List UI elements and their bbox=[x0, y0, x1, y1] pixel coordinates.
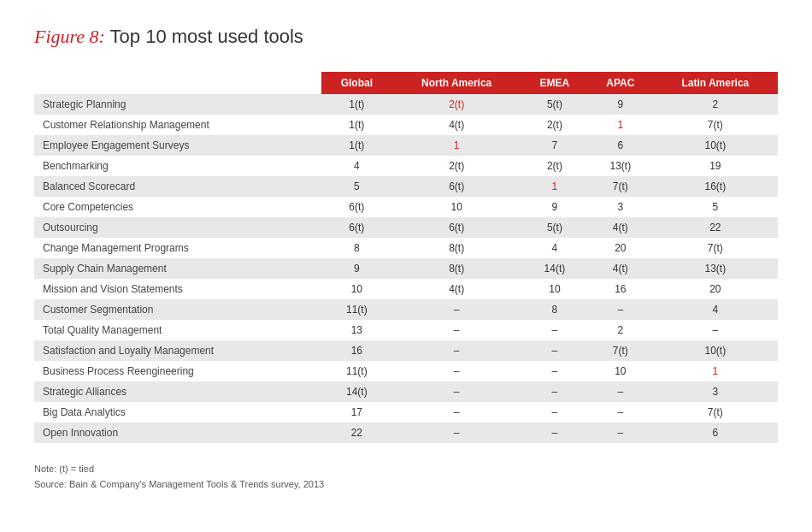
table-row: Core Competencies6(t)10935 bbox=[34, 197, 778, 217]
cell-global: 13 bbox=[321, 320, 391, 340]
cell-emea: 8 bbox=[521, 299, 588, 320]
col-emea-header: EMEA bbox=[521, 72, 588, 94]
cell-apac: 20 bbox=[588, 238, 653, 258]
cell-na: 8(t) bbox=[391, 258, 521, 279]
cell-global: 22 bbox=[321, 423, 391, 443]
cell-global: 14(t) bbox=[321, 381, 391, 402]
cell-tool: Change Management Programs bbox=[34, 238, 321, 258]
cell-emea: – bbox=[521, 423, 588, 443]
cell-na: 4(t) bbox=[391, 279, 521, 299]
cell-la: 10(t) bbox=[653, 340, 778, 361]
cell-la: 19 bbox=[653, 156, 778, 176]
cell-emea: – bbox=[521, 320, 588, 340]
cell-global: 17 bbox=[321, 402, 391, 423]
cell-na: 2(t) bbox=[391, 94, 521, 115]
cell-apac: – bbox=[588, 381, 653, 402]
table-row: Employee Engagement Surveys1(t)17610(t) bbox=[34, 135, 778, 156]
cell-emea: 7 bbox=[521, 135, 588, 156]
cell-emea: 14(t) bbox=[521, 258, 588, 279]
cell-apac: 3 bbox=[588, 197, 653, 217]
cell-la: 2 bbox=[653, 94, 778, 115]
footnote-line2: Source: Bain & Company's Management Tool… bbox=[34, 477, 778, 493]
cell-apac: – bbox=[588, 423, 653, 443]
cell-na: – bbox=[391, 340, 521, 361]
cell-global: 8 bbox=[321, 238, 391, 258]
cell-apac: – bbox=[588, 402, 653, 423]
cell-apac: 6 bbox=[588, 135, 653, 156]
cell-na: 6(t) bbox=[391, 217, 521, 238]
cell-tool: Big Data Analytics bbox=[34, 402, 321, 423]
col-na-header: North America bbox=[391, 72, 521, 94]
cell-la: 16(t) bbox=[653, 176, 778, 197]
cell-na: 4(t) bbox=[391, 115, 521, 135]
cell-na: 6(t) bbox=[391, 176, 521, 197]
cell-apac: 4(t) bbox=[588, 258, 653, 279]
table-row: Supply Chain Management98(t)14(t)4(t)13(… bbox=[34, 258, 778, 279]
cell-la: 20 bbox=[653, 279, 778, 299]
cell-global: 11(t) bbox=[321, 299, 391, 320]
cell-tool: Customer Relationship Management bbox=[34, 115, 321, 135]
table-row: Change Management Programs88(t)4207(t) bbox=[34, 238, 778, 258]
cell-la: 10(t) bbox=[653, 135, 778, 156]
cell-apac: 4(t) bbox=[588, 217, 653, 238]
cell-la: 1 bbox=[653, 361, 778, 381]
footnote: Note: (t) = tied Source: Bain & Company'… bbox=[34, 462, 778, 492]
table-row: Benchmarking42(t)2(t)13(t)19 bbox=[34, 156, 778, 176]
cell-emea: – bbox=[521, 381, 588, 402]
table-row: Outsourcing6(t)6(t)5(t)4(t)22 bbox=[34, 217, 778, 238]
cell-na: – bbox=[391, 320, 521, 340]
cell-emea: 5(t) bbox=[521, 217, 588, 238]
main-table: Global North America EMEA APAC Latin Ame… bbox=[34, 72, 778, 443]
cell-na: 10 bbox=[391, 197, 521, 217]
footnote-line1: Note: (t) = tied bbox=[34, 462, 778, 477]
cell-apac: 7(t) bbox=[588, 340, 653, 361]
cell-emea: 2(t) bbox=[521, 156, 588, 176]
cell-emea: 5(t) bbox=[521, 94, 588, 115]
cell-global: 5 bbox=[321, 176, 391, 197]
cell-tool: Open Innovation bbox=[34, 423, 321, 443]
table-row: Customer Relationship Management1(t)4(t)… bbox=[34, 115, 778, 135]
table-row: Satisfaction and Loyalty Management16––7… bbox=[34, 340, 778, 361]
cell-la: 22 bbox=[653, 217, 778, 238]
cell-la: 4 bbox=[653, 299, 778, 320]
cell-global: 4 bbox=[321, 156, 391, 176]
col-tool-header bbox=[34, 72, 321, 94]
cell-global: 6(t) bbox=[321, 197, 391, 217]
page-title: Figure 8: Top 10 most used tools bbox=[34, 26, 778, 48]
cell-la: 7(t) bbox=[653, 238, 778, 258]
cell-tool: Benchmarking bbox=[34, 156, 321, 176]
cell-emea: – bbox=[521, 402, 588, 423]
data-table-wrapper: Global North America EMEA APAC Latin Ame… bbox=[34, 72, 778, 443]
cell-na: 2(t) bbox=[391, 156, 521, 176]
cell-apac: 7(t) bbox=[588, 176, 653, 197]
cell-global: 16 bbox=[321, 340, 391, 361]
cell-la: – bbox=[653, 320, 778, 340]
table-row: Balanced Scorecard56(t)17(t)16(t) bbox=[34, 176, 778, 197]
cell-na: – bbox=[391, 361, 521, 381]
cell-apac: 10 bbox=[588, 361, 653, 381]
cell-tool: Employee Engagement Surveys bbox=[34, 135, 321, 156]
cell-na: 1 bbox=[391, 135, 521, 156]
cell-la: 6 bbox=[653, 423, 778, 443]
cell-global: 1(t) bbox=[321, 94, 391, 115]
cell-la: 3 bbox=[653, 381, 778, 402]
cell-emea: 4 bbox=[521, 238, 588, 258]
table-row: Business Process Reengineering11(t)––101 bbox=[34, 361, 778, 381]
cell-apac: 13(t) bbox=[588, 156, 653, 176]
cell-na: – bbox=[391, 381, 521, 402]
figure-label: Figure 8: bbox=[34, 26, 105, 47]
cell-na: – bbox=[391, 402, 521, 423]
table-row: Strategic Planning1(t)2(t)5(t)92 bbox=[34, 94, 778, 115]
cell-global: 1(t) bbox=[321, 115, 391, 135]
cell-tool: Supply Chain Management bbox=[34, 258, 321, 279]
cell-la: 5 bbox=[653, 197, 778, 217]
cell-la: 7(t) bbox=[653, 402, 778, 423]
cell-emea: 2(t) bbox=[521, 115, 588, 135]
cell-tool: Satisfaction and Loyalty Management bbox=[34, 340, 321, 361]
cell-tool: Customer Segmentation bbox=[34, 299, 321, 320]
cell-na: 8(t) bbox=[391, 238, 521, 258]
table-row: Customer Segmentation11(t)–8–4 bbox=[34, 299, 778, 320]
cell-apac: – bbox=[588, 299, 653, 320]
table-row: Mission and Vision Statements104(t)10162… bbox=[34, 279, 778, 299]
cell-apac: 16 bbox=[588, 279, 653, 299]
